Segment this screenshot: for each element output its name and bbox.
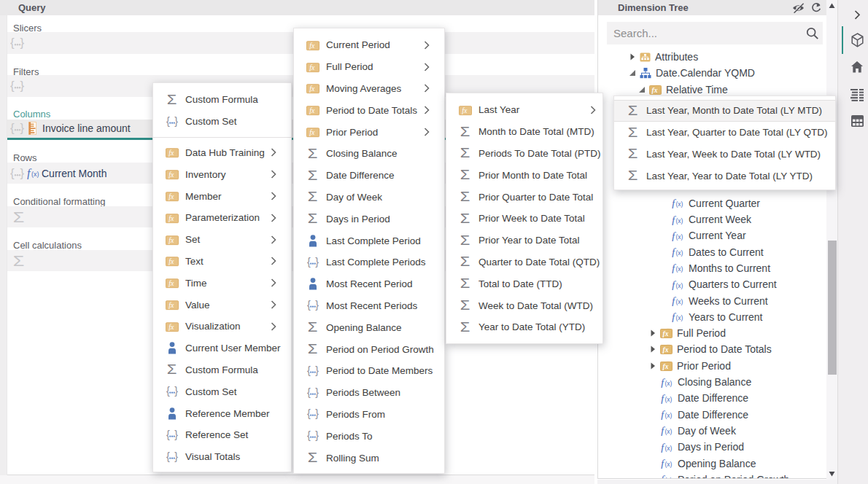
- svg-text:fx: fx: [168, 257, 174, 265]
- svg-text:fx: fx: [462, 106, 468, 114]
- svg-text:{: {: [307, 256, 311, 268]
- svg-text:f: f: [661, 377, 665, 388]
- svg-text:{: {: [307, 407, 311, 419]
- svg-text:(x): (x): [31, 171, 39, 178]
- svg-text:(x): (x): [676, 216, 683, 224]
- svg-text:f: f: [672, 311, 676, 322]
- svg-text:f: f: [672, 214, 676, 225]
- svg-text:}: }: [315, 256, 319, 268]
- svg-text:fx: fx: [168, 149, 174, 157]
- svg-text:f: f: [672, 230, 676, 241]
- svg-text:(x): (x): [676, 314, 683, 321]
- svg-text:f: f: [672, 295, 676, 306]
- svg-text:fx: fx: [168, 279, 174, 287]
- svg-text:}: }: [315, 364, 319, 376]
- svg-text:fx: fx: [168, 171, 174, 179]
- svg-text:(x): (x): [665, 412, 673, 419]
- svg-text:(x): (x): [676, 200, 683, 208]
- svg-text:f: f: [661, 442, 665, 453]
- svg-text:fx: fx: [309, 128, 315, 136]
- svg-text:(x): (x): [665, 428, 673, 435]
- svg-text:(x): (x): [665, 461, 673, 468]
- svg-text:}: }: [20, 166, 25, 180]
- svg-text:f: f: [661, 425, 665, 436]
- svg-text:fx: fx: [168, 323, 174, 331]
- svg-text:(x): (x): [676, 233, 683, 240]
- svg-text:}: }: [20, 79, 25, 93]
- svg-text:f: f: [672, 262, 676, 273]
- svg-text:fx: fx: [168, 301, 174, 309]
- svg-text:f: f: [661, 458, 665, 469]
- svg-text:}: }: [315, 299, 319, 311]
- svg-text:}: }: [20, 36, 25, 50]
- svg-text:f: f: [672, 246, 676, 257]
- svg-text:(x): (x): [665, 444, 673, 451]
- svg-text:fx: fx: [652, 86, 658, 93]
- svg-text:fx: fx: [309, 63, 315, 71]
- svg-text:{: {: [10, 166, 15, 180]
- svg-text:}: }: [315, 407, 319, 419]
- svg-text:fx: fx: [309, 42, 315, 50]
- svg-text:f: f: [661, 474, 665, 479]
- svg-text:fx: fx: [663, 330, 669, 337]
- svg-text:(x): (x): [676, 298, 683, 305]
- svg-text:{: {: [166, 115, 170, 127]
- svg-text:fx: fx: [663, 362, 669, 370]
- svg-text:(x): (x): [676, 281, 683, 289]
- svg-text:}: }: [174, 429, 178, 440]
- svg-text:{: {: [166, 450, 170, 462]
- svg-text:{: {: [307, 386, 311, 398]
- svg-text:fx: fx: [168, 214, 174, 222]
- svg-text:{: {: [10, 79, 15, 93]
- svg-text:fx: fx: [663, 346, 669, 354]
- svg-text:}: }: [174, 450, 178, 462]
- svg-text:}: }: [315, 386, 319, 398]
- svg-text:{: {: [10, 36, 15, 50]
- svg-text:(x): (x): [676, 265, 683, 273]
- svg-text:fx: fx: [309, 106, 315, 114]
- svg-text:(x): (x): [665, 379, 673, 386]
- svg-text:fx: fx: [309, 85, 315, 93]
- svg-text:f: f: [672, 198, 676, 208]
- svg-text:(x): (x): [665, 395, 673, 402]
- svg-text:{: {: [307, 429, 311, 441]
- svg-text:f: f: [661, 409, 665, 420]
- svg-text:}: }: [174, 115, 178, 127]
- svg-text:f: f: [661, 393, 665, 404]
- svg-text:{: {: [307, 364, 311, 376]
- svg-text:fx: fx: [168, 192, 174, 200]
- svg-text:{: {: [307, 299, 311, 311]
- svg-text:}: }: [20, 121, 25, 135]
- svg-text:}: }: [174, 385, 178, 397]
- svg-text:{: {: [166, 429, 170, 440]
- svg-text:f: f: [672, 279, 676, 290]
- svg-text:(x): (x): [676, 249, 683, 257]
- svg-text:{: {: [166, 385, 170, 397]
- svg-text:}: }: [315, 429, 319, 441]
- svg-text:(x): (x): [665, 477, 673, 479]
- svg-text:fx: fx: [168, 235, 174, 243]
- svg-text:{: {: [10, 121, 15, 135]
